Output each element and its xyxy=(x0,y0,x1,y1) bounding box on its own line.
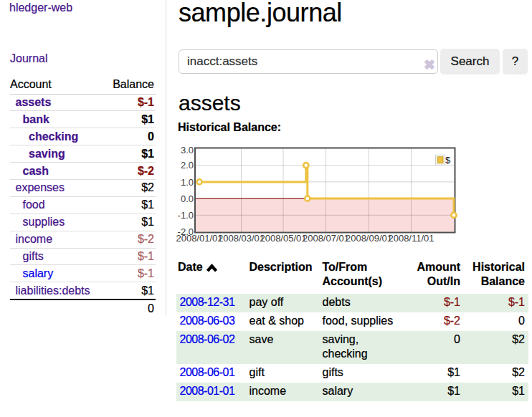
svg-text:-1.0: -1.0 xyxy=(178,210,194,221)
svg-text:2008/03/01: 2008/03/01 xyxy=(218,233,265,244)
svg-text:2008/11/01: 2008/11/01 xyxy=(388,233,434,244)
svg-text:0.0: 0.0 xyxy=(181,193,194,204)
svg-text:3.0: 3.0 xyxy=(181,145,194,155)
svg-text:2008/07/01: 2008/07/01 xyxy=(303,233,349,244)
svg-text:2008/09/01: 2008/09/01 xyxy=(346,233,392,244)
svg-text:1.0: 1.0 xyxy=(181,177,194,188)
svg-text:2008/01/01: 2008/01/01 xyxy=(176,233,222,244)
svg-text:2.0: 2.0 xyxy=(181,160,194,171)
svg-text:$: $ xyxy=(445,155,451,166)
svg-text:2008/05/01: 2008/05/01 xyxy=(260,233,306,244)
